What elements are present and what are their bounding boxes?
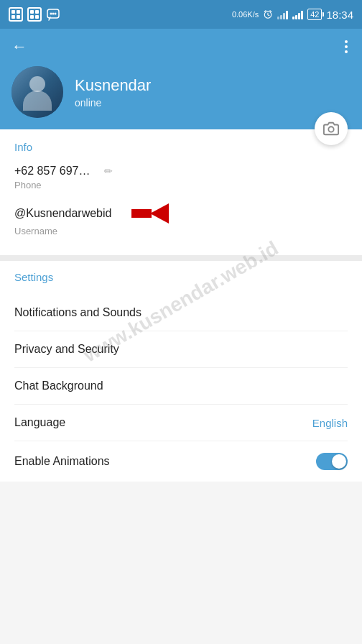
edit-icon: ✏ xyxy=(104,165,113,177)
profile-info: Kusnendar online xyxy=(75,76,151,109)
language-label: Language xyxy=(14,416,65,429)
signal-bars xyxy=(277,9,288,19)
network-speed: 0.06K/s xyxy=(232,10,259,19)
info-section: Info +62 857 697… ✏ Phone @Kusnendarwebi… xyxy=(0,129,362,255)
settings-section: Settings Notifications and Sounds Privac… xyxy=(0,261,362,482)
notifications-label: Notifications and Sounds xyxy=(14,306,141,319)
settings-item-background[interactable]: Chat Background xyxy=(14,368,348,405)
battery-indicator: 42 xyxy=(307,9,322,20)
profile-header: ← Kusnendar online xyxy=(0,29,362,129)
svg-point-5 xyxy=(328,126,333,132)
toggle-knob xyxy=(332,454,346,469)
profile-status: online xyxy=(75,97,151,109)
settings-item-privacy[interactable]: Privacy and Security xyxy=(14,331,348,368)
back-button[interactable]: ← xyxy=(11,37,27,56)
camera-button[interactable] xyxy=(315,112,348,145)
username-type: Username xyxy=(14,226,348,236)
status-bar: 0.06K/s 42 18:34 xyxy=(0,0,362,29)
settings-item-language[interactable]: Language English xyxy=(14,405,348,441)
animations-toggle[interactable] xyxy=(316,453,348,470)
camera-icon xyxy=(323,121,339,137)
username-value: @Kusnendarwebid xyxy=(14,203,348,224)
settings-section-label: Settings xyxy=(14,271,348,283)
status-bar-left xyxy=(9,7,60,22)
more-options-button[interactable] xyxy=(342,37,351,56)
bbm-icon xyxy=(46,7,60,22)
status-time: 18:34 xyxy=(326,9,353,21)
language-value: English xyxy=(312,417,348,429)
section-divider xyxy=(0,255,362,261)
bb-icon-2 xyxy=(27,7,42,22)
bb-icon-1 xyxy=(9,7,23,22)
profile-name: Kusnendar xyxy=(75,76,151,95)
avatar-image xyxy=(11,66,63,118)
svg-point-1 xyxy=(50,13,52,15)
username-info-item[interactable]: @Kusnendarwebid Username xyxy=(14,203,348,236)
svg-point-3 xyxy=(55,13,57,15)
phone-info-item[interactable]: +62 857 697… ✏ Phone xyxy=(14,165,348,190)
profile-row: Kusnendar online xyxy=(11,66,351,118)
arrow-tail xyxy=(131,209,152,218)
phone-value: +62 857 697… ✏ xyxy=(14,165,348,178)
privacy-label: Privacy and Security xyxy=(14,343,119,356)
settings-item-animations[interactable]: Enable Animations xyxy=(14,441,348,482)
avatar xyxy=(11,66,63,118)
info-section-label: Info xyxy=(14,141,348,153)
phone-type: Phone xyxy=(14,180,348,190)
arrow-head xyxy=(150,203,169,224)
battery-level: 42 xyxy=(310,10,319,19)
status-bar-right: 0.06K/s 42 18:34 xyxy=(232,9,353,21)
background-label: Chat Background xyxy=(14,380,103,392)
alarm-icon xyxy=(263,9,273,19)
svg-point-2 xyxy=(52,13,55,15)
header-top: ← xyxy=(11,37,351,56)
animations-label: Enable Animations xyxy=(14,455,110,468)
settings-item-notifications[interactable]: Notifications and Sounds xyxy=(14,295,348,331)
signal-bars-2 xyxy=(292,9,303,19)
red-arrow-indicator xyxy=(131,203,169,224)
